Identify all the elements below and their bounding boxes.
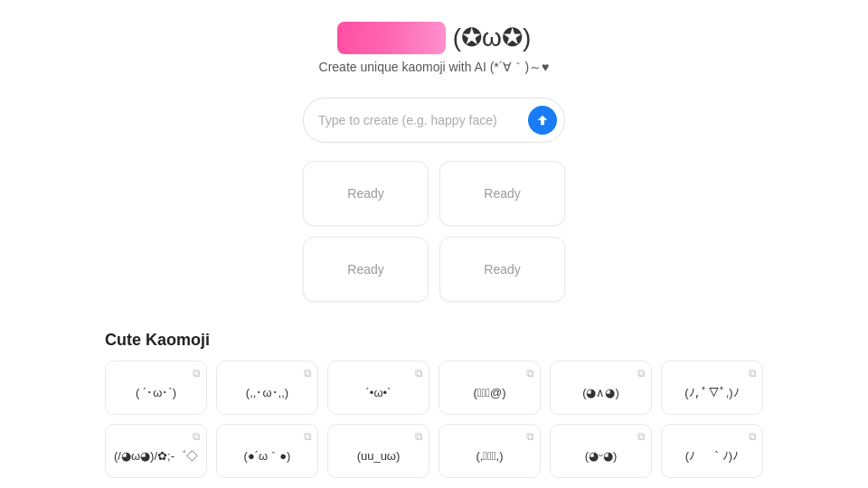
ready-cards-grid: Ready Ready Ready Ready	[303, 161, 565, 302]
ready-card-3: Ready	[303, 237, 429, 302]
search-button[interactable]	[528, 106, 557, 135]
kaomoji-text: (,ﾟ▽ﾟ,)	[476, 448, 503, 465]
tagline: Create unique kaomoji with AI (*´∀｀)～♥	[319, 60, 550, 76]
kaomoji-text: (◕ᵕ◕)	[585, 448, 618, 465]
kaomoji-card: ⧉ (,ﾟ▽ﾟ,)	[439, 424, 541, 478]
kaomoji-text: (◕∧◕)	[582, 385, 619, 401]
kaomoji-text: ( ´･ω･`)	[136, 385, 176, 401]
copy-icon[interactable]: ⧉	[304, 430, 312, 443]
ready-card-2: Ready	[439, 161, 565, 226]
copy-icon[interactable]: ⧉	[415, 430, 423, 443]
kaomoji-row-1: ⧉ ( ´･ω･`) ⧉ (,,･ω･,,) ⧉ ´•ω•` ⧉ (ﾟ▽ﾟ@) …	[105, 361, 763, 415]
kaomoji-row-2: ⧉ (/◕ω◕)/✿;-゜◇ ⧉ (●´ω｀●) ⧉ (uu_uω) ⧉ (,ﾟ…	[105, 424, 763, 478]
kaomoji-text: (●´ω｀●)	[244, 448, 291, 465]
copy-icon[interactable]: ⧉	[749, 367, 757, 380]
ready-card-1: Ready	[303, 161, 429, 226]
kaomoji-card: ⧉ (◕ᵕ◕)	[550, 424, 652, 478]
kaomoji-card: ⧉ (ﾟ▽ﾟ@)	[439, 361, 541, 415]
kaomoji-text: (ﾟ▽ﾟ@)	[473, 385, 505, 401]
kaomoji-card: ⧉ (ﾉ￣ ｀ﾉ)ﾉ	[661, 424, 763, 478]
search-input[interactable]	[318, 113, 528, 127]
kaomoji-text: ´•ω•`	[366, 385, 392, 401]
copy-icon[interactable]: ⧉	[415, 367, 423, 380]
kaomoji-card: ⧉ (●´ω｀●)	[216, 424, 318, 478]
section-title: Cute Kaomoji	[105, 331, 763, 350]
kaomoji-card: ⧉ (ﾉ,ﾟ▽ﾟ,)ﾉ	[661, 361, 763, 415]
kaomoji-card: ⧉ (,,･ω･,,)	[216, 361, 318, 415]
kaomoji-text: (ﾉ,ﾟ▽ﾟ,)ﾉ	[684, 385, 739, 401]
arrow-up-icon	[535, 113, 550, 127]
copy-icon[interactable]: ⧉	[193, 367, 201, 380]
kaomoji-card: ⧉ (◕∧◕)	[550, 361, 652, 415]
kaomoji-section: Cute Kaomoji ⧉ ( ´･ω･`) ⧉ (,,･ω･,,) ⧉ ´•…	[90, 331, 778, 487]
search-container	[303, 98, 565, 143]
kaomoji-text: (ﾉ￣ ｀ﾉ)ﾉ	[685, 448, 739, 465]
copy-icon[interactable]: ⧉	[304, 367, 312, 380]
logo-bar	[337, 22, 446, 54]
ready-card-4: Ready	[439, 237, 565, 302]
kaomoji-text: (uu_uω)	[357, 448, 401, 465]
logo-container: (✪ω✪)	[337, 22, 532, 54]
kaomoji-card: ⧉ (uu_uω)	[327, 424, 429, 478]
page-container: (✪ω✪) Create unique kaomoji with AI (*´∀…	[0, 0, 868, 487]
copy-icon[interactable]: ⧉	[637, 367, 646, 380]
kaomoji-text: (,,･ω･,,)	[246, 385, 288, 401]
copy-icon[interactable]: ⧉	[749, 430, 757, 443]
copy-icon[interactable]: ⧉	[193, 430, 201, 443]
kaomoji-card: ⧉ (/◕ω◕)/✿;-゜◇	[105, 424, 207, 478]
logo-emoji: (✪ω✪)	[453, 25, 532, 51]
kaomoji-text: (/◕ω◕)/✿;-゜◇	[114, 448, 198, 465]
kaomoji-card: ⧉ ( ´･ω･`)	[105, 361, 207, 415]
copy-icon[interactable]: ⧉	[526, 430, 534, 443]
copy-icon[interactable]: ⧉	[526, 367, 534, 380]
kaomoji-card: ⧉ ´•ω•`	[327, 361, 429, 415]
header: (✪ω✪) Create unique kaomoji with AI (*´∀…	[319, 22, 550, 76]
copy-icon[interactable]: ⧉	[637, 430, 646, 443]
